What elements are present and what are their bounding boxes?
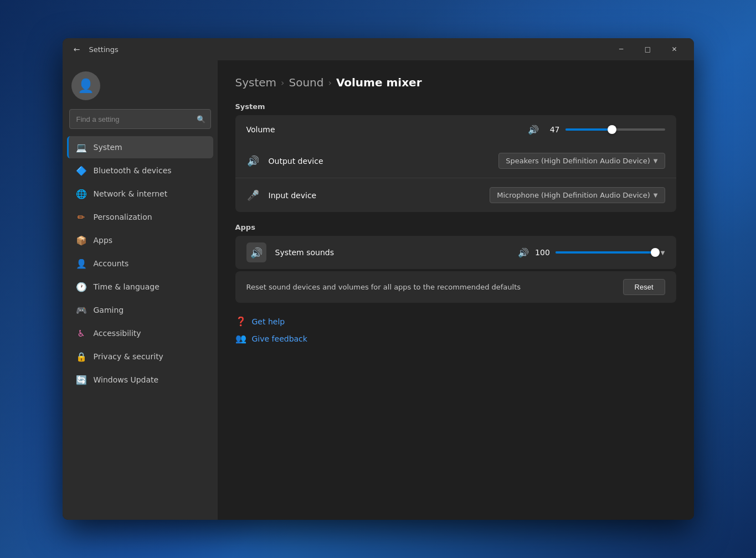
volume-value: 47 [544, 125, 560, 134]
ss-thumb[interactable] [651, 248, 660, 257]
avatar-icon: 👤 [78, 78, 94, 94]
volume-label: Volume [246, 125, 528, 134]
sidebar-item-network[interactable]: 🌐 Network & internet [67, 183, 213, 205]
volume-fill [565, 128, 613, 131]
sidebar-item-label: Privacy & security [94, 352, 163, 361]
sidebar-item-label: Apps [94, 236, 113, 245]
sidebar-item-label: Windows Update [94, 375, 159, 384]
sidebar-item-label: System [94, 143, 122, 152]
accounts-icon: 👤 [76, 258, 87, 269]
back-button[interactable]: ← [69, 42, 85, 57]
ss-volume-icon: 🔊 [518, 247, 529, 258]
sidebar-item-label: Personalization [94, 213, 152, 221]
volume-track [565, 128, 665, 131]
help-links: ❓ Get help 👥 Give feedback [235, 314, 676, 346]
input-icon: 🎤 [246, 189, 260, 201]
ss-expand-chevron[interactable]: ▼ [661, 250, 665, 256]
window-title: Settings [89, 45, 609, 54]
sidebar-item-system[interactable]: 💻 System [67, 136, 213, 158]
main-layout: 👤 🔍 💻 System 🔷 Bluetooth & devices 🌐 Net… [63, 60, 694, 520]
sidebar-item-update[interactable]: 🔄 Windows Update [67, 369, 213, 391]
apps-section-title: Apps [235, 223, 676, 231]
system-section-title: System [235, 102, 676, 111]
get-help-label: Get help [252, 317, 285, 326]
volume-icon: 🔊 [528, 125, 539, 135]
give-feedback-icon: 👥 [235, 333, 246, 344]
privacy-icon: 🔒 [76, 351, 87, 362]
system-icon: 💻 [76, 142, 87, 153]
minimize-button[interactable]: ─ [609, 40, 634, 58]
give-feedback-label: Give feedback [252, 334, 307, 343]
apps-icon: 📦 [76, 235, 87, 246]
volume-controls: 🔊 47 [528, 124, 665, 135]
get-help-link[interactable]: ❓ Get help [235, 314, 676, 329]
breadcrumb-system[interactable]: System [235, 76, 277, 89]
apps-card: 🔊 System sounds 🔊 100 ▼ [235, 236, 676, 269]
output-label: Output device [269, 157, 499, 166]
sidebar: 👤 🔍 💻 System 🔷 Bluetooth & devices 🌐 Net… [63, 60, 218, 520]
output-device-row: 🔊 Output device Speakers (High Definitio… [235, 144, 676, 178]
input-device-dropdown[interactable]: Microphone (High Definition Audio Device… [490, 187, 665, 203]
ss-volume-value: 100 [534, 248, 550, 257]
give-feedback-link[interactable]: 👥 Give feedback [235, 331, 676, 346]
bluetooth-icon: 🔷 [76, 165, 87, 176]
volume-row: Volume 🔊 47 [235, 115, 676, 144]
system-sounds-controls: 🔊 100 ▼ [518, 247, 665, 258]
sidebar-item-label: Bluetooth & devices [94, 166, 172, 175]
input-device-value: Microphone (High Definition Audio Device… [497, 191, 650, 199]
system-sounds-slider[interactable] [556, 247, 655, 258]
sidebar-item-time[interactable]: 🕐 Time & language [67, 276, 213, 298]
output-dropdown-chevron: ▼ [654, 158, 658, 164]
breadcrumb-sep-2: › [328, 78, 331, 88]
breadcrumb-sound[interactable]: Sound [289, 76, 324, 89]
sidebar-item-label: Accessibility [94, 329, 141, 338]
sidebar-item-accounts[interactable]: 👤 Accounts [67, 252, 213, 275]
accessibility-icon: ♿ [76, 328, 87, 339]
content-area: System › Sound › Volume mixer System Vol… [218, 60, 694, 520]
search-container: 🔍 [69, 109, 211, 129]
reset-text: Reset sound devices and volumes for all … [246, 283, 623, 291]
sidebar-item-bluetooth[interactable]: 🔷 Bluetooth & devices [67, 159, 213, 182]
sidebar-item-accessibility[interactable]: ♿ Accessibility [67, 322, 213, 344]
apps-section: Apps 🔊 System sounds 🔊 100 [235, 223, 676, 303]
titlebar: ← Settings ─ □ ✕ [63, 38, 694, 60]
volume-slider[interactable] [565, 124, 665, 135]
ss-fill [556, 251, 655, 254]
system-card: Volume 🔊 47 🔊 [235, 115, 676, 212]
personalization-icon: ✏️ [76, 211, 87, 223]
user-avatar-section: 👤 [63, 67, 218, 109]
system-sounds-icon: 🔊 [246, 242, 266, 262]
sidebar-item-apps[interactable]: 📦 Apps [67, 229, 213, 251]
gaming-icon: 🎮 [76, 304, 87, 316]
update-icon: 🔄 [76, 374, 87, 385]
time-icon: 🕐 [76, 281, 87, 292]
system-sounds-label: System sounds [275, 248, 518, 257]
avatar: 👤 [71, 71, 100, 100]
system-sounds-row: 🔊 System sounds 🔊 100 ▼ [235, 236, 676, 269]
sidebar-item-label: Network & internet [94, 189, 168, 198]
search-icon: 🔍 [197, 115, 205, 123]
input-device-row: 🎤 Input device Microphone (High Definiti… [235, 178, 676, 212]
settings-window: ← Settings ─ □ ✕ 👤 🔍 💻 System [63, 38, 694, 520]
input-dropdown-chevron: ▼ [654, 192, 658, 198]
sidebar-item-gaming[interactable]: 🎮 Gaming [67, 299, 213, 321]
window-controls: ─ □ ✕ [609, 40, 687, 58]
close-button[interactable]: ✕ [662, 40, 687, 58]
breadcrumb: System › Sound › Volume mixer [235, 76, 676, 89]
breadcrumb-sep-1: › [281, 78, 284, 88]
sidebar-item-privacy[interactable]: 🔒 Privacy & security [67, 345, 213, 368]
sidebar-item-label: Accounts [94, 259, 129, 268]
volume-thumb[interactable] [608, 125, 616, 134]
sidebar-item-personalization[interactable]: ✏️ Personalization [67, 206, 213, 228]
reset-row: Reset sound devices and volumes for all … [235, 271, 676, 303]
reset-button[interactable]: Reset [623, 279, 665, 295]
output-device-dropdown[interactable]: Speakers (High Definition Audio Device) … [498, 153, 665, 169]
sidebar-item-label: Gaming [94, 306, 124, 314]
maximize-button[interactable]: □ [635, 40, 661, 58]
search-input[interactable] [69, 109, 211, 129]
output-icon: 🔊 [246, 155, 260, 167]
sidebar-item-label: Time & language [94, 282, 160, 291]
network-icon: 🌐 [76, 188, 87, 199]
input-label: Input device [269, 191, 490, 200]
output-device-value: Speakers (High Definition Audio Device) [506, 157, 650, 165]
